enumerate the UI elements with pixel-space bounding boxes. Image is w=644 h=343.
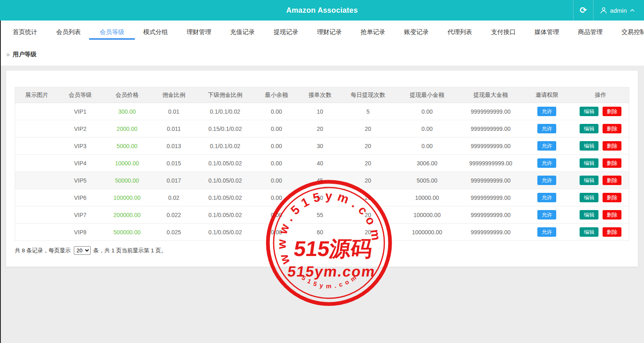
delete-button[interactable]: 删除 <box>603 158 621 168</box>
cell-level: VIP2 <box>59 120 102 137</box>
cell-actions: 编辑 删除 <box>572 120 629 137</box>
column-header: 最小余额 <box>255 87 298 103</box>
nav-tab-3[interactable]: 会员等级 <box>94 21 130 43</box>
window-edge <box>0 21 1 343</box>
cell-orders: 40 <box>298 155 342 172</box>
delete-button[interactable]: 删除 <box>603 141 621 151</box>
cell-orders: 10 <box>298 103 342 120</box>
cell-price: 50000.00 <box>102 172 152 189</box>
edit-button[interactable]: 编辑 <box>580 227 598 237</box>
column-header: 下级佣金比例 <box>196 87 255 103</box>
stamp-arc-bottom-text: 515ym.com <box>301 272 361 290</box>
user-menu[interactable]: admin <box>594 0 644 21</box>
pagination-prefix: 共 8 条记录，每页显示 <box>15 247 71 254</box>
nav-tab-8[interactable]: 理财记录 <box>311 21 347 43</box>
cell-level: VIP6 <box>59 189 102 206</box>
cell-price: 10000.00 <box>102 155 152 172</box>
allow-button[interactable]: 允许 <box>537 141 556 151</box>
cell-price: 300.00 <box>102 103 152 120</box>
cell-max-withdraw: 9999999999.00 <box>460 206 521 224</box>
delete-button[interactable]: 删除 <box>603 227 621 237</box>
delete-button[interactable]: 删除 <box>603 124 621 133</box>
allow-button[interactable]: 允许 <box>537 124 556 133</box>
nav-tab-1[interactable]: 首页统计 <box>7 21 43 43</box>
allow-button[interactable]: 允许 <box>537 210 556 220</box>
allow-button[interactable]: 允许 <box>537 107 556 116</box>
nav-tab-7[interactable]: 提现记录 <box>268 21 304 43</box>
edit-button[interactable]: 编辑 <box>580 141 598 151</box>
cell-level: VIP3 <box>59 137 102 155</box>
cell-commission: 0.025 <box>152 224 196 241</box>
delete-button[interactable]: 删除 <box>603 107 621 116</box>
delete-button[interactable]: 删除 <box>603 176 621 185</box>
allow-button[interactable]: 允许 <box>537 193 556 202</box>
cell-image <box>15 137 59 155</box>
nav-tab-14[interactable]: 商品管理 <box>572 21 608 43</box>
allow-button[interactable]: 允许 <box>537 227 556 237</box>
stamp-domain-text: 515ym.com <box>286 263 377 280</box>
cell-daily-withdrawals: 5 <box>342 103 394 120</box>
cell-price: 200000.00 <box>102 206 152 224</box>
cell-min-withdraw: 0.00 <box>394 120 460 137</box>
cell-image <box>15 224 59 241</box>
edit-button[interactable]: 编辑 <box>580 176 598 185</box>
cell-max-withdraw: 9999999999.00 <box>460 224 521 241</box>
delete-button[interactable]: 删除 <box>603 210 621 220</box>
column-header: 会员价格 <box>102 87 152 103</box>
nav-tab-2[interactable]: 会员列表 <box>50 21 87 43</box>
cell-level: VIP8 <box>59 224 102 241</box>
cell-actions: 编辑 删除 <box>572 172 629 189</box>
top-bar: Amazon Associates ⟳ admin <box>0 0 644 21</box>
column-header: 操作 <box>572 87 629 103</box>
column-header: 佣金比例 <box>152 87 196 103</box>
nav-tab-15[interactable]: 交易控制 <box>616 21 644 43</box>
refresh-button[interactable]: ⟳ <box>573 0 593 21</box>
edit-button[interactable]: 编辑 <box>580 158 598 168</box>
cell-level: VIP1 <box>59 103 102 120</box>
cell-min-withdraw: 10000.00 <box>394 189 460 206</box>
page-title: 用户等级 <box>13 50 37 58</box>
breadcrumb-chevrons-icon: » <box>6 51 10 58</box>
cell-invite-permission: 允许 <box>521 189 572 206</box>
allow-button[interactable]: 允许 <box>537 158 556 168</box>
table-row: VIP6 100000.00 0.02 0.1/0.05/0.02 0.00 5… <box>15 189 629 206</box>
cell-daily-withdrawals: 20 <box>342 172 394 189</box>
cell-level: VIP5 <box>59 172 102 189</box>
cell-max-withdraw: 9999999999.00 <box>460 189 521 206</box>
allow-button[interactable]: 允许 <box>537 176 556 185</box>
cell-daily-withdrawals: 20 <box>342 206 394 224</box>
cell-price: 5000.00 <box>102 137 152 155</box>
table-header-row: 展示图片会员等级会员价格佣金比例下级佣金比例最小余额接单次数每日提现次数提现最小… <box>15 87 629 103</box>
edit-button[interactable]: 编辑 <box>580 193 598 202</box>
nav-tab-13[interactable]: 媒体管理 <box>529 21 565 43</box>
nav-tab-10[interactable]: 账变记录 <box>398 21 434 43</box>
cell-sub-commission: 0.1/0.05/0.02 <box>196 172 255 189</box>
cell-orders: 50 <box>298 189 342 206</box>
cell-orders: 30 <box>298 137 342 155</box>
cell-max-withdraw: 9999999999.00 <box>460 120 521 137</box>
refresh-icon: ⟳ <box>580 5 587 15</box>
nav-tab-12[interactable]: 支付接口 <box>485 21 521 43</box>
nav-tab-4[interactable]: 模式分组 <box>137 21 174 43</box>
cell-daily-withdrawals: 20 <box>342 224 394 241</box>
cell-min-balance: 0.00 <box>255 189 298 206</box>
column-header: 提现最小金额 <box>394 87 460 103</box>
page-size-select[interactable]: 20 <box>74 246 91 255</box>
cell-daily-withdrawals: 20 <box>342 189 394 206</box>
cell-min-withdraw: 100000.00 <box>394 206 460 224</box>
nav-tab-6[interactable]: 充值记录 <box>224 21 260 43</box>
edit-button[interactable]: 编辑 <box>580 210 598 220</box>
table-row: VIP8 500000.00 0.025 0.1/0.05/0.02 0.00 … <box>15 224 629 241</box>
nav-tab-9[interactable]: 抢单记录 <box>355 21 391 43</box>
nav-tab-5[interactable]: 理财管理 <box>181 21 217 43</box>
delete-button[interactable]: 删除 <box>603 193 621 202</box>
cell-invite-permission: 允许 <box>521 137 572 155</box>
username-label: admin <box>610 7 627 14</box>
cell-min-balance: 0.00 <box>255 206 298 224</box>
cell-min-balance: 0.00 <box>255 137 298 155</box>
cell-price: 500000.00 <box>102 224 152 241</box>
nav-tab-11[interactable]: 代理列表 <box>442 21 478 43</box>
cell-sub-commission: 0.1/0.1/0.02 <box>196 137 255 155</box>
edit-button[interactable]: 编辑 <box>580 124 598 133</box>
edit-button[interactable]: 编辑 <box>580 107 598 116</box>
